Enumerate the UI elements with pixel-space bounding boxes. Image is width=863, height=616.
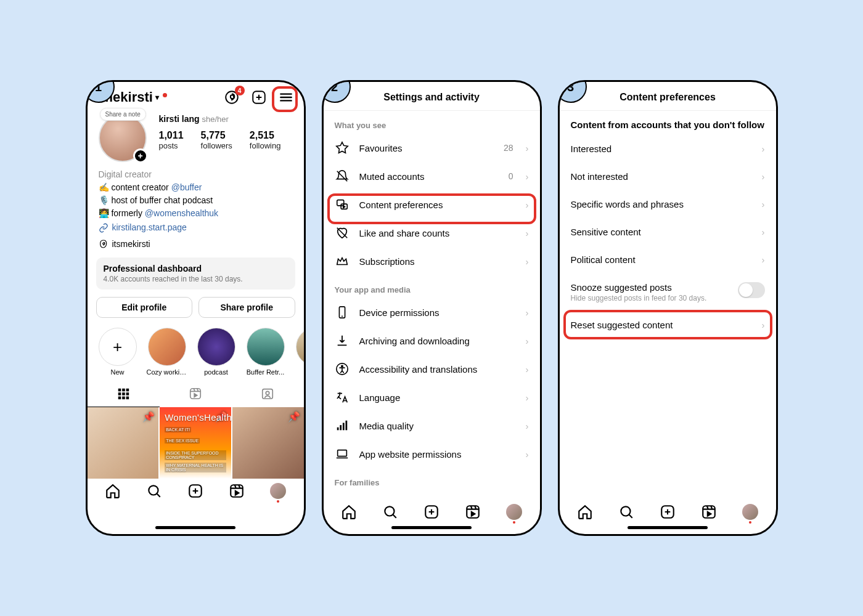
row-favourites[interactable]: Favourites 28 › xyxy=(324,134,540,162)
svg-point-13 xyxy=(266,391,269,395)
add-story-icon[interactable]: + xyxy=(133,148,148,163)
highlights-row[interactable]: +New Cozy working podcast Buffer Retr...… xyxy=(88,325,304,381)
svg-rect-4 xyxy=(126,389,129,392)
svg-rect-2 xyxy=(118,389,121,392)
row-language[interactable]: Language› xyxy=(324,383,540,411)
nav-reels-icon[interactable] xyxy=(229,483,245,499)
row-reset-suggested[interactable]: Reset suggested content› xyxy=(560,311,776,339)
row-content-preferences[interactable]: Content preferences › xyxy=(324,190,540,219)
chevron-right-icon: › xyxy=(762,199,765,209)
tab-reels[interactable] xyxy=(160,381,232,407)
svg-point-14 xyxy=(149,485,158,495)
post-1[interactable]: 📌 xyxy=(88,407,159,479)
row-not-interested[interactable]: Not interested› xyxy=(560,163,776,190)
bio-link[interactable]: kirstilang.start.page xyxy=(99,221,293,234)
mention-womenshealthuk[interactable]: @womenshealthuk xyxy=(145,208,218,218)
professional-dashboard[interactable]: Professional dashboard 4.0K accounts rea… xyxy=(96,257,295,290)
svg-rect-26 xyxy=(337,450,346,456)
avatar-wrap[interactable]: Share a note + xyxy=(99,114,147,162)
content-prefs-subtitle: Content from accounts that you don't fol… xyxy=(560,111,776,135)
nav-create-icon[interactable] xyxy=(187,483,203,499)
menu-icon[interactable] xyxy=(278,89,294,105)
threads-icon[interactable]: 4 xyxy=(224,89,240,105)
nav-create-icon[interactable] xyxy=(423,504,440,520)
row-interested[interactable]: Interested› xyxy=(560,135,776,163)
content-pref-icon xyxy=(335,198,350,211)
nav-search-icon[interactable] xyxy=(146,483,162,499)
row-snooze: Snooze suggested posts Hide suggested po… xyxy=(560,274,776,311)
stat-posts[interactable]: 1,011posts xyxy=(159,130,184,150)
profile-tabs xyxy=(88,381,304,407)
laptop-icon xyxy=(335,447,350,461)
nav-create-icon[interactable] xyxy=(660,504,676,520)
row-archiving[interactable]: Archiving and downloading› xyxy=(324,326,540,355)
pin-icon: 📌 xyxy=(288,411,300,423)
row-app-website[interactable]: App website permissions› xyxy=(324,440,540,468)
chevron-right-icon: › xyxy=(526,200,529,210)
stat-following[interactable]: 2,515following xyxy=(250,130,281,150)
row-muted[interactable]: Muted accounts 0 › xyxy=(324,162,540,190)
display-name: kirsti lang she/her xyxy=(159,114,293,124)
nav-home-icon[interactable] xyxy=(341,504,357,520)
nav-profile-icon[interactable] xyxy=(270,483,286,499)
home-indicator xyxy=(628,526,708,529)
chevron-right-icon: › xyxy=(526,392,529,403)
row-device-permissions[interactable]: Device permissions› xyxy=(324,298,540,326)
language-icon xyxy=(335,391,350,404)
svg-point-21 xyxy=(341,365,342,367)
nav-search-icon[interactable] xyxy=(382,504,398,520)
svg-rect-6 xyxy=(122,392,125,395)
heart-off-icon xyxy=(335,226,350,240)
signal-icon xyxy=(335,419,350,432)
highlight-cozy-working[interactable]: Cozy working xyxy=(147,328,187,376)
edit-profile-button[interactable]: Edit profile xyxy=(96,297,193,318)
link-icon xyxy=(99,223,108,233)
row-like-counts[interactable]: Like and share counts › xyxy=(324,219,540,247)
mention-buffer[interactable]: @buffer xyxy=(171,182,202,192)
row-political-content[interactable]: Political content› xyxy=(560,246,776,274)
row-specific-words[interactable]: Specific words and phrases› xyxy=(560,190,776,218)
chevron-right-icon: › xyxy=(526,228,529,238)
section-app-media: Your app and media xyxy=(324,275,540,298)
share-profile-button[interactable]: Share profile xyxy=(198,297,295,318)
svg-point-27 xyxy=(385,506,394,516)
highlight-podcast[interactable]: podcast xyxy=(196,328,237,376)
highlight-buffer-retreat[interactable]: Buffer Retr... xyxy=(245,328,286,376)
nav-home-icon[interactable] xyxy=(577,504,593,520)
tab-tagged[interactable] xyxy=(232,381,304,407)
row-media-quality[interactable]: Media quality› xyxy=(324,411,540,440)
svg-rect-12 xyxy=(263,389,273,399)
svg-point-30 xyxy=(621,506,630,516)
post-2[interactable]: 📌 Women'sHealth BACK AT IT! THE SEX ISSU… xyxy=(160,407,231,479)
post-3[interactable]: 📌 xyxy=(232,407,304,479)
threads-badge: 4 xyxy=(235,86,245,95)
snooze-toggle[interactable] xyxy=(738,282,765,298)
chevron-right-icon: › xyxy=(762,144,765,154)
highlight-buffer[interactable]: Buffer xyxy=(295,328,304,376)
section-for-families: For families xyxy=(324,468,540,491)
row-accessibility[interactable]: Accessibility and translations› xyxy=(324,355,540,383)
threads-handle-row[interactable]: itsmekirsti xyxy=(88,238,304,255)
row-sensitive-content[interactable]: Sensitive content› xyxy=(560,218,776,246)
nav-search-icon[interactable] xyxy=(618,504,634,520)
row-subscriptions[interactable]: Subscriptions › xyxy=(324,247,540,275)
highlight-new[interactable]: +New xyxy=(97,328,138,376)
tagged-icon xyxy=(261,387,274,400)
crown-icon xyxy=(335,254,350,268)
tab-grid[interactable] xyxy=(88,381,160,407)
post-grid: 📌 📌 Women'sHealth BACK AT IT! THE SEX IS… xyxy=(88,407,304,479)
nav-reels-icon[interactable] xyxy=(465,504,481,520)
content-prefs-title: Content preferences xyxy=(560,82,776,111)
nav-reels-icon[interactable] xyxy=(701,504,717,520)
share-note-bubble[interactable]: Share a note xyxy=(100,108,146,121)
nav-profile-icon[interactable] xyxy=(506,504,522,520)
nav-profile-icon[interactable] xyxy=(742,504,758,520)
stat-followers[interactable]: 5,775followers xyxy=(201,130,232,150)
svg-rect-7 xyxy=(126,392,129,395)
chevron-right-icon: › xyxy=(526,421,529,431)
threads-small-icon xyxy=(99,239,108,249)
profile-header: mekirsti ▾ 4 xyxy=(88,82,304,110)
svg-rect-22 xyxy=(337,428,338,431)
create-post-icon[interactable] xyxy=(251,89,267,105)
nav-home-icon[interactable] xyxy=(105,483,121,499)
